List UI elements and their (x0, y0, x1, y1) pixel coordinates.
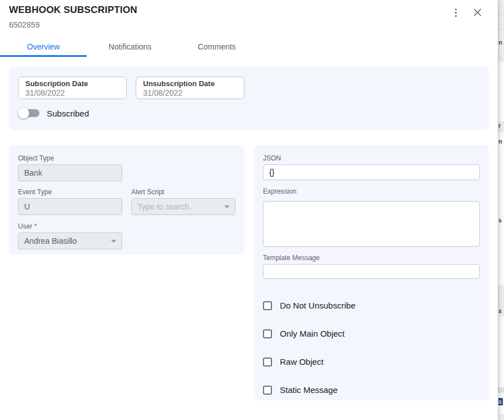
background-text-fragment: n (498, 39, 504, 46)
subscribed-toggle-row: Subscribed (18, 107, 480, 119)
raw-object-row: Raw Object (263, 358, 480, 367)
webhook-subscription-modal: WEBHOOK SUBSCRIPTION 6502859 Overview No… (0, 0, 498, 420)
kebab-menu-icon (455, 12, 457, 14)
subscription-panel: Subscription Date 31/08/2022 Unsubscript… (9, 66, 489, 130)
alert-script-group: Alert Script Type to search. (131, 188, 235, 215)
background-band (498, 387, 504, 393)
alert-script-dropdown[interactable]: Type to search. (131, 198, 235, 215)
unsubscription-date-value: 31/08/2022 (143, 88, 237, 97)
event-alert-row: Event Type U Alert Script Type to search… (18, 188, 235, 215)
kebab-menu-icon (455, 15, 457, 17)
tab-label: Notifications (109, 42, 151, 51)
expression-label: Expression (263, 187, 480, 195)
close-button[interactable] (471, 6, 484, 19)
more-options-button[interactable] (449, 6, 462, 19)
chevron-down-icon (224, 205, 230, 208)
subscription-date-label: Subscription Date (25, 79, 119, 88)
alert-script-placeholder: Type to search. (137, 202, 191, 211)
background-text-fragment: n (498, 138, 504, 145)
background-text-fragment: a (498, 398, 503, 405)
close-icon (473, 8, 482, 17)
user-dropdown[interactable]: Andrea Biasillo (18, 233, 122, 249)
chevron-down-icon (111, 240, 117, 243)
subscription-date-value: 31/08/2022 (25, 88, 119, 97)
do-not-unsubscribe-checkbox[interactable] (263, 301, 272, 310)
only-main-object-checkbox[interactable] (263, 329, 272, 338)
event-type-label: Event Type (18, 188, 122, 196)
static-message-checkbox[interactable] (263, 386, 272, 395)
date-fields-row: Subscription Date 31/08/2022 Unsubscript… (18, 77, 480, 99)
background-band (498, 414, 504, 420)
static-message-row: Static Message (263, 386, 480, 395)
json-label: JSON (263, 154, 480, 162)
tab-comments[interactable]: Comments (173, 36, 260, 57)
template-message-input[interactable] (263, 264, 480, 279)
event-type-group: Event Type U (18, 188, 122, 215)
background-page-strip (498, 0, 504, 420)
checkbox-label: Do Not Unsubscribe (280, 301, 355, 310)
tab-label: Comments (198, 42, 236, 51)
background-text-fragment: r (498, 123, 504, 129)
toggle-thumb (18, 108, 29, 119)
object-type-field: Bank (18, 164, 122, 181)
user-value: Andrea Biasillo (24, 236, 77, 245)
background-text-fragment: s (498, 308, 504, 314)
object-type-label: Object Type (18, 154, 235, 162)
background-table-rows (498, 0, 504, 62)
user-label: User * (18, 222, 235, 230)
details-panel: Object Type Bank Event Type U Alert Scri… (9, 145, 244, 254)
subscribed-toggle[interactable] (18, 108, 41, 119)
checkbox-label: Raw Object (280, 358, 324, 367)
template-message-label: Template Message (263, 254, 480, 262)
raw-object-checkbox[interactable] (263, 358, 272, 367)
active-tab-indicator (0, 55, 87, 57)
checkbox-list: Do Not Unsubscribe Only Main Object Raw … (263, 301, 480, 395)
checkbox-label: Static Message (280, 386, 338, 395)
expression-textarea[interactable] (263, 201, 480, 247)
message-panel: JSON {} Expression Template Message Do N… (254, 145, 489, 400)
checkbox-label: Only Main Object (280, 329, 345, 338)
record-id: 6502859 (9, 20, 40, 29)
page-title: WEBHOOK SUBSCRIPTION (9, 5, 137, 16)
unsubscription-date-field[interactable]: Unsubscription Date 31/08/2022 (136, 77, 244, 99)
tab-overview[interactable]: Overview (0, 36, 87, 57)
tab-notifications[interactable]: Notifications (87, 36, 173, 57)
kebab-menu-icon (455, 8, 457, 10)
tab-label: Overview (27, 42, 60, 51)
tab-bar: Overview Notifications Comments (0, 36, 498, 57)
subscription-date-field[interactable]: Subscription Date 31/08/2022 (18, 77, 127, 99)
json-field[interactable]: {} (263, 164, 480, 180)
event-type-field: U (18, 198, 122, 215)
do-not-unsubscribe-row: Do Not Unsubscribe (263, 301, 480, 310)
only-main-object-row: Only Main Object (263, 329, 480, 338)
background-text-fragment: s (498, 217, 504, 224)
alert-script-label: Alert Script (131, 188, 235, 196)
subscribed-toggle-label: Subscribed (47, 109, 89, 118)
unsubscription-date-label: Unsubscription Date (143, 79, 237, 88)
